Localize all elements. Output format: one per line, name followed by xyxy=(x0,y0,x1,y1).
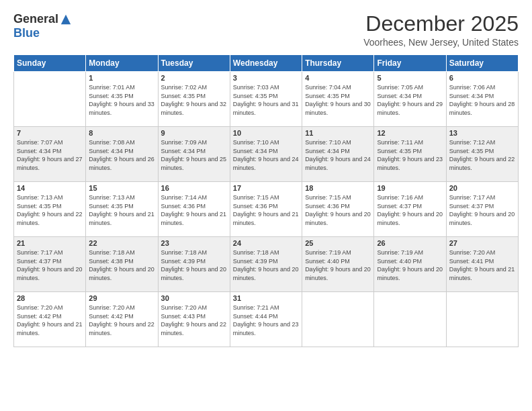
header-wednesday: Wednesday xyxy=(230,55,302,72)
day-number: 21 xyxy=(17,239,83,247)
table-row: 12Sunrise: 7:11 AMSunset: 4:35 PMDayligh… xyxy=(374,127,446,182)
table-row: 28Sunrise: 7:20 AMSunset: 4:42 PMDayligh… xyxy=(14,292,86,347)
table-row: 26Sunrise: 7:19 AMSunset: 4:40 PMDayligh… xyxy=(374,237,446,292)
day-info: Sunrise: 7:11 AMSunset: 4:35 PMDaylight:… xyxy=(377,138,443,172)
day-info: Sunrise: 7:19 AMSunset: 4:40 PMDaylight:… xyxy=(377,248,443,282)
table-row: 27Sunrise: 7:20 AMSunset: 4:41 PMDayligh… xyxy=(446,237,518,292)
day-info: Sunrise: 7:07 AMSunset: 4:34 PMDaylight:… xyxy=(17,138,83,172)
day-number: 16 xyxy=(161,184,227,192)
day-info: Sunrise: 7:18 AMSunset: 4:38 PMDaylight:… xyxy=(89,248,154,282)
day-number: 12 xyxy=(377,129,443,137)
day-info: Sunrise: 7:06 AMSunset: 4:34 PMDaylight:… xyxy=(449,83,515,117)
day-number: 30 xyxy=(161,294,227,302)
table-row: 14Sunrise: 7:13 AMSunset: 4:35 PMDayligh… xyxy=(14,182,86,237)
logo-icon xyxy=(60,13,72,26)
table-row: 15Sunrise: 7:13 AMSunset: 4:35 PMDayligh… xyxy=(86,182,158,237)
table-row: 31Sunrise: 7:21 AMSunset: 4:44 PMDayligh… xyxy=(230,292,302,347)
table-row: 2Sunrise: 7:02 AMSunset: 4:35 PMDaylight… xyxy=(158,72,230,127)
header-friday: Friday xyxy=(374,55,446,72)
table-row: 4Sunrise: 7:04 AMSunset: 4:35 PMDaylight… xyxy=(302,72,374,127)
month-title: December 2025 xyxy=(363,12,519,36)
day-number: 7 xyxy=(17,129,83,137)
header-tuesday: Tuesday xyxy=(158,55,230,72)
day-number: 27 xyxy=(449,239,515,247)
day-info: Sunrise: 7:10 AMSunset: 4:34 PMDaylight:… xyxy=(233,138,299,172)
table-row: 30Sunrise: 7:20 AMSunset: 4:43 PMDayligh… xyxy=(158,292,230,347)
table-row: 29Sunrise: 7:20 AMSunset: 4:42 PMDayligh… xyxy=(86,292,158,347)
day-number: 1 xyxy=(89,74,154,82)
table-row: 22Sunrise: 7:18 AMSunset: 4:38 PMDayligh… xyxy=(86,237,158,292)
day-number: 17 xyxy=(233,184,299,192)
day-number: 24 xyxy=(233,239,299,247)
day-number: 31 xyxy=(233,294,299,302)
day-number: 13 xyxy=(449,129,515,137)
calendar-week-row: 21Sunrise: 7:17 AMSunset: 4:37 PMDayligh… xyxy=(14,237,519,292)
day-number: 2 xyxy=(161,74,227,82)
table-row: 24Sunrise: 7:18 AMSunset: 4:39 PMDayligh… xyxy=(230,237,302,292)
day-info: Sunrise: 7:08 AMSunset: 4:34 PMDaylight:… xyxy=(89,138,154,172)
table-row xyxy=(446,292,518,347)
day-info: Sunrise: 7:20 AMSunset: 4:41 PMDaylight:… xyxy=(449,248,515,282)
calendar-week-row: 1Sunrise: 7:01 AMSunset: 4:35 PMDaylight… xyxy=(14,72,519,127)
day-info: Sunrise: 7:17 AMSunset: 4:37 PMDaylight:… xyxy=(17,248,83,282)
title-block: December 2025 Voorhees, New Jersey, Unit… xyxy=(363,12,519,48)
day-info: Sunrise: 7:09 AMSunset: 4:34 PMDaylight:… xyxy=(161,138,227,172)
table-row xyxy=(374,292,446,347)
day-number: 20 xyxy=(449,184,515,192)
day-info: Sunrise: 7:05 AMSunset: 4:34 PMDaylight:… xyxy=(377,83,443,117)
day-number: 26 xyxy=(377,239,443,247)
table-row: 18Sunrise: 7:15 AMSunset: 4:36 PMDayligh… xyxy=(302,182,374,237)
day-number: 23 xyxy=(161,239,227,247)
table-row: 5Sunrise: 7:05 AMSunset: 4:34 PMDaylight… xyxy=(374,72,446,127)
header-thursday: Thursday xyxy=(302,55,374,72)
day-number: 22 xyxy=(89,239,154,247)
day-info: Sunrise: 7:13 AMSunset: 4:35 PMDaylight:… xyxy=(17,193,83,227)
day-number: 9 xyxy=(161,129,227,137)
calendar-week-row: 14Sunrise: 7:13 AMSunset: 4:35 PMDayligh… xyxy=(14,182,519,237)
table-row: 20Sunrise: 7:17 AMSunset: 4:37 PMDayligh… xyxy=(446,182,518,237)
day-info: Sunrise: 7:19 AMSunset: 4:40 PMDaylight:… xyxy=(305,248,371,282)
table-row: 1Sunrise: 7:01 AMSunset: 4:35 PMDaylight… xyxy=(86,72,158,127)
table-row: 17Sunrise: 7:15 AMSunset: 4:36 PMDayligh… xyxy=(230,182,302,237)
day-info: Sunrise: 7:10 AMSunset: 4:34 PMDaylight:… xyxy=(305,138,371,172)
table-row: 7Sunrise: 7:07 AMSunset: 4:34 PMDaylight… xyxy=(14,127,86,182)
day-info: Sunrise: 7:20 AMSunset: 4:42 PMDaylight:… xyxy=(89,304,154,337)
day-number: 15 xyxy=(89,184,154,192)
table-row: 16Sunrise: 7:14 AMSunset: 4:36 PMDayligh… xyxy=(158,182,230,237)
day-info: Sunrise: 7:01 AMSunset: 4:35 PMDaylight:… xyxy=(89,83,154,117)
day-info: Sunrise: 7:15 AMSunset: 4:36 PMDaylight:… xyxy=(305,193,371,227)
day-number: 6 xyxy=(449,74,515,82)
table-row: 23Sunrise: 7:18 AMSunset: 4:39 PMDayligh… xyxy=(158,237,230,292)
day-info: Sunrise: 7:16 AMSunset: 4:37 PMDaylight:… xyxy=(377,193,443,227)
header-sunday: Sunday xyxy=(14,55,86,72)
day-number: 8 xyxy=(89,129,154,137)
table-row: 19Sunrise: 7:16 AMSunset: 4:37 PMDayligh… xyxy=(374,182,446,237)
day-number: 11 xyxy=(305,129,371,137)
day-number: 19 xyxy=(377,184,443,192)
header: General Blue December 2025 Voorhees, New… xyxy=(13,12,519,48)
day-number: 5 xyxy=(377,74,443,82)
table-row: 11Sunrise: 7:10 AMSunset: 4:34 PMDayligh… xyxy=(302,127,374,182)
calendar-table: Sunday Monday Tuesday Wednesday Thursday… xyxy=(13,54,519,347)
day-number: 3 xyxy=(233,74,299,82)
day-info: Sunrise: 7:02 AMSunset: 4:35 PMDaylight:… xyxy=(161,83,227,117)
day-info: Sunrise: 7:20 AMSunset: 4:43 PMDaylight:… xyxy=(161,304,227,337)
table-row: 10Sunrise: 7:10 AMSunset: 4:34 PMDayligh… xyxy=(230,127,302,182)
day-number: 25 xyxy=(305,239,371,247)
calendar-week-row: 28Sunrise: 7:20 AMSunset: 4:42 PMDayligh… xyxy=(14,292,519,347)
table-row: 6Sunrise: 7:06 AMSunset: 4:34 PMDaylight… xyxy=(446,72,518,127)
day-info: Sunrise: 7:20 AMSunset: 4:42 PMDaylight:… xyxy=(17,304,83,337)
day-number: 14 xyxy=(17,184,83,192)
day-info: Sunrise: 7:18 AMSunset: 4:39 PMDaylight:… xyxy=(233,248,299,282)
weekday-header-row: Sunday Monday Tuesday Wednesday Thursday… xyxy=(14,55,519,72)
table-row xyxy=(302,292,374,347)
day-info: Sunrise: 7:15 AMSunset: 4:36 PMDaylight:… xyxy=(233,193,299,227)
day-info: Sunrise: 7:18 AMSunset: 4:39 PMDaylight:… xyxy=(161,248,227,282)
day-info: Sunrise: 7:17 AMSunset: 4:37 PMDaylight:… xyxy=(449,193,515,227)
location: Voorhees, New Jersey, United States xyxy=(363,37,519,48)
day-info: Sunrise: 7:12 AMSunset: 4:35 PMDaylight:… xyxy=(449,138,515,172)
day-info: Sunrise: 7:04 AMSunset: 4:35 PMDaylight:… xyxy=(305,83,371,117)
day-info: Sunrise: 7:14 AMSunset: 4:36 PMDaylight:… xyxy=(161,193,227,227)
table-row: 9Sunrise: 7:09 AMSunset: 4:34 PMDaylight… xyxy=(158,127,230,182)
logo: General Blue xyxy=(13,12,72,40)
